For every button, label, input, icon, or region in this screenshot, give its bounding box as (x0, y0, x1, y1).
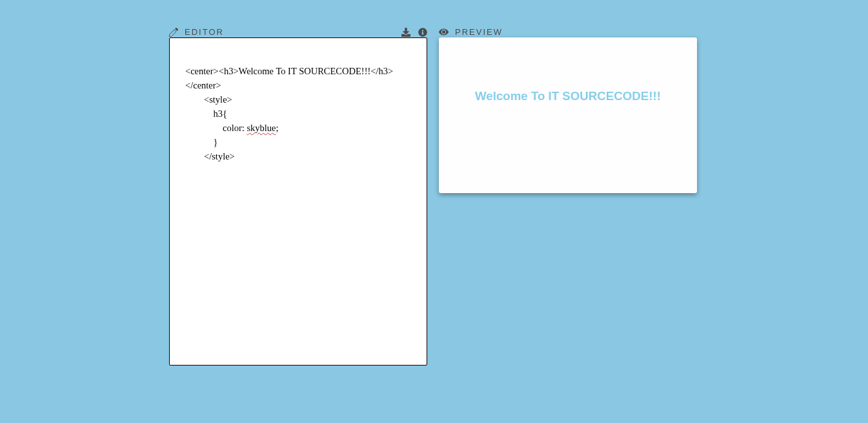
code-line: } (185, 137, 217, 147)
code-line: <style> (185, 94, 232, 105)
preview-title: PREVIEW (455, 27, 503, 37)
code-line: <center><h3>Welcome To IT SOURCECODE!!!<… (185, 66, 393, 76)
code-line: color: (185, 123, 247, 133)
preview-heading: Welcome To IT SOURCECODE!!! (439, 89, 697, 103)
pencil-icon (169, 28, 178, 37)
eye-icon (439, 27, 449, 37)
download-icon[interactable] (401, 28, 410, 37)
code-token: ; (276, 123, 279, 133)
editor-title: EDITOR (185, 27, 224, 37)
preview-panel: Welcome To IT SOURCECODE!!! (439, 37, 697, 193)
code-line: </center> (185, 80, 221, 90)
editor-header: EDITOR (169, 27, 427, 37)
preview-header: PREVIEW (439, 27, 503, 37)
info-icon[interactable] (418, 28, 427, 37)
editor-content[interactable]: <center><h3>Welcome To IT SOURCECODE!!!<… (185, 64, 420, 163)
editor-panel[interactable]: <center><h3>Welcome To IT SOURCECODE!!!<… (169, 37, 427, 366)
code-token-spellerr: skyblue (247, 123, 276, 133)
code-line: h3{ (185, 108, 227, 119)
code-line: </style> (185, 151, 235, 161)
preview-content: Welcome To IT SOURCECODE!!! (439, 37, 697, 103)
